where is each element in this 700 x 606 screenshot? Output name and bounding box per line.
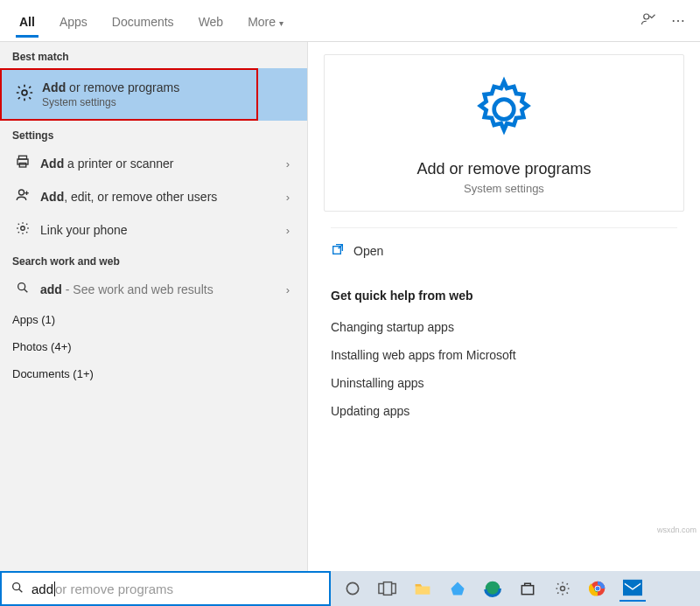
preview-panel: Add or remove programs System settings O… [308,42,700,571]
svg-point-9 [18,283,25,290]
preview-title: Add or remove programs [333,160,675,178]
chevron-right-icon: › [281,224,295,237]
gear-icon [14,83,35,106]
search-input[interactable]: add or remove programs [0,571,331,606]
task-view-icon[interactable] [374,575,401,602]
settings-item-printer[interactable]: Add a printer or scanner › [0,147,307,180]
tab-documents[interactable]: Documents [100,4,186,38]
cortana-icon[interactable] [340,575,366,602]
taskbar [331,571,700,606]
group-photos[interactable]: Photos (4+) [0,333,307,360]
best-match-title: Add or remove programs [35,80,244,94]
edge-icon[interactable] [480,575,506,602]
search-icon [10,581,24,597]
search-ghost-text: or remove programs [55,582,173,596]
chevron-right-icon: › [281,191,295,204]
section-best-match: Best match [0,42,307,68]
open-icon [331,242,345,259]
printer-icon [12,154,33,173]
group-documents[interactable]: Documents (1+) [0,360,307,387]
svg-point-25 [596,587,600,591]
gear-icon [469,74,539,144]
svg-point-1 [22,90,27,95]
preview-card: Add or remove programs System settings [324,54,684,212]
svg-rect-26 [623,580,642,596]
best-match-subtitle: System settings [35,96,244,108]
search-tabs: All Apps Documents Web More▾ ⋯ [0,0,700,42]
settings-item-phone[interactable]: Link your phone › [0,213,307,247]
more-options-icon[interactable]: ⋯ [663,12,693,29]
tab-more-label: More [248,15,276,29]
settings-item-label: Link your phone [33,223,281,237]
svg-point-22 [561,587,565,591]
help-link[interactable]: Updating apps [331,397,677,425]
web-search-label: add - See work and web results [33,282,281,296]
chevron-right-icon: › [281,283,295,296]
chevron-right-icon: › [281,157,295,171]
file-explorer-icon[interactable] [410,575,436,602]
store-icon[interactable] [514,575,541,602]
settings-item-label: Add a printer or scanner [33,157,281,171]
app-icon[interactable] [444,575,471,602]
svg-rect-4 [19,164,26,168]
tab-web[interactable]: Web [186,4,236,38]
section-settings: Settings [0,121,307,147]
svg-line-14 [19,589,23,592]
svg-point-13 [13,582,20,589]
settings-item-users[interactable]: Add, edit, or remove other users › [0,180,307,213]
gear-icon [12,220,33,240]
mail-icon[interactable] [620,575,646,602]
svg-rect-18 [383,582,391,596]
tab-all[interactable]: All [7,4,47,38]
results-panel: Best match Add or remove programs System… [0,42,308,571]
svg-rect-21 [522,586,533,595]
search-icon [12,281,33,298]
feedback-icon[interactable] [634,11,663,31]
watermark: wsxdn.com [657,526,696,534]
help-link[interactable]: Uninstalling apps [331,369,677,397]
svg-point-15 [346,582,358,594]
web-search-item[interactable]: add - See work and web results › [0,273,307,306]
help-header: Get quick help from web [331,289,677,303]
tab-more[interactable]: More▾ [235,4,296,38]
svg-point-0 [644,14,649,19]
chevron-down-icon: ▾ [279,18,284,28]
tab-apps[interactable]: Apps [47,4,100,38]
settings-item-label: Add, edit, or remove other users [33,190,281,204]
best-match-row[interactable]: Add or remove programs System settings [0,68,307,121]
settings-icon[interactable] [550,575,576,602]
user-icon [12,187,33,206]
section-search-web: Search work and web [0,247,307,273]
help-link[interactable]: Changing startup apps [331,313,677,341]
svg-point-8 [21,226,25,231]
svg-line-10 [24,289,28,293]
preview-subtitle: System settings [333,182,675,195]
svg-point-5 [19,190,24,195]
search-typed-text: add [32,582,55,596]
svg-point-11 [494,100,514,120]
open-action[interactable]: Open [331,227,677,259]
open-label: Open [354,244,383,258]
chrome-icon[interactable] [584,575,611,602]
help-link[interactable]: Installing web apps from Microsoft [331,341,677,369]
group-apps[interactable]: Apps (1) [0,306,307,333]
